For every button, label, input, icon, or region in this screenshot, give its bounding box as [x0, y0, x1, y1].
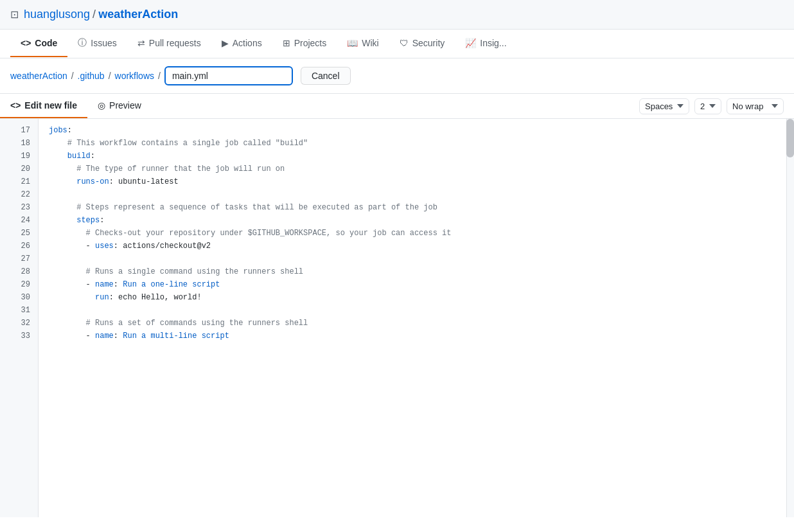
nav-tabs: <> Code ⓘ Issues ⇄ Pull requests ▶ Actio…: [0, 30, 794, 58]
pull-requests-icon: ⇄: [137, 38, 145, 48]
code-content[interactable]: jobs: # This workflow contains a single …: [39, 119, 794, 517]
code-line: run: echo Hello, world!: [49, 291, 784, 304]
line-numbers: 1718192021222324252627282930313233: [0, 119, 39, 517]
insights-icon: 📈: [465, 38, 476, 48]
preview-tab-label: Preview: [109, 100, 141, 111]
breadcrumb-workflows[interactable]: workflows: [115, 71, 154, 81]
code-line: jobs:: [49, 124, 784, 137]
code-line: - name: Run a multi-line script: [49, 330, 784, 342]
repo-name[interactable]: weatherAction: [98, 8, 178, 21]
line-number: 26: [0, 240, 38, 253]
tab-insights-label: Insig...: [480, 38, 506, 48]
edit-tab-label: Edit new file: [24, 100, 77, 111]
code-line: - uses: actions/checkout@v2: [49, 240, 784, 253]
repo-title: huanglusong/weatherAction: [24, 8, 178, 21]
tab-pull-requests-label: Pull requests: [149, 38, 201, 48]
tab-wiki[interactable]: 📖 Wiki: [337, 30, 389, 57]
tab-pull-requests[interactable]: ⇄ Pull requests: [127, 30, 211, 57]
tab-issues-label: Issues: [91, 38, 116, 48]
line-number: 19: [0, 150, 38, 163]
tab-projects[interactable]: ⊞ Projects: [272, 30, 337, 57]
code-line: # The type of runner that the job will r…: [49, 163, 784, 175]
code-line: [49, 188, 784, 201]
tab-actions[interactable]: ▶ Actions: [211, 30, 272, 57]
line-number: 25: [0, 227, 38, 240]
code-icon: <>: [21, 38, 31, 48]
line-number: 30: [0, 291, 38, 304]
line-number: 29: [0, 278, 38, 291]
code-line: [49, 304, 784, 317]
code-line: # Steps represent a sequence of tasks th…: [49, 201, 784, 214]
code-line: - name: Run a one-line script: [49, 278, 784, 291]
indent-select[interactable]: 2 4 8: [694, 98, 721, 114]
wiki-icon: 📖: [347, 38, 358, 48]
tab-security[interactable]: 🛡 Security: [389, 30, 455, 57]
line-number: 33: [0, 330, 38, 342]
line-number: 27: [0, 253, 38, 265]
code-line: [49, 253, 784, 265]
scrollbar-track[interactable]: [786, 119, 794, 517]
code-line: runs-on: ubuntu-latest: [49, 175, 784, 188]
breadcrumb-weatheraction[interactable]: weatherAction: [10, 71, 67, 81]
line-number: 20: [0, 163, 38, 175]
security-icon: 🛡: [400, 38, 409, 48]
sep-1: /: [71, 71, 74, 81]
line-number: 21: [0, 175, 38, 188]
line-number: 31: [0, 304, 38, 317]
code-line: # Runs a set of commands using the runne…: [49, 317, 784, 330]
filename-input[interactable]: [164, 66, 293, 85]
repo-icon: ⊡: [10, 8, 19, 21]
line-number: 17: [0, 124, 38, 137]
breadcrumb-github[interactable]: .github: [78, 71, 105, 81]
tab-security-label: Security: [412, 38, 445, 48]
preview-tab[interactable]: ◎ Preview: [87, 94, 152, 118]
tab-code[interactable]: <> Code: [10, 30, 67, 57]
scrollbar-thumb[interactable]: [786, 119, 794, 157]
spaces-select[interactable]: Spaces Tabs: [639, 98, 689, 114]
line-number: 32: [0, 317, 38, 330]
wrap-select[interactable]: No wrap Soft wrap: [727, 98, 784, 114]
actions-icon: ▶: [222, 38, 229, 48]
code-line: # Checks-out your repository under $GITH…: [49, 227, 784, 240]
breadcrumb-bar: weatherAction / .github / workflows / Ca…: [0, 58, 794, 94]
edit-tab[interactable]: <> Edit new file: [0, 94, 87, 118]
breadcrumb-sep: /: [93, 8, 96, 21]
code-line: steps:: [49, 214, 784, 227]
code-line: build:: [49, 150, 784, 163]
editor-area: 1718192021222324252627282930313233 jobs:…: [0, 119, 794, 517]
preview-icon: ◎: [98, 100, 105, 111]
issues-icon: ⓘ: [78, 37, 87, 49]
line-number: 28: [0, 265, 38, 278]
tab-actions-label: Actions: [233, 38, 262, 48]
tab-projects-label: Projects: [294, 38, 327, 48]
sep-2: /: [109, 71, 111, 81]
sep-3: /: [158, 71, 161, 81]
tab-wiki-label: Wiki: [362, 38, 378, 48]
tab-code-label: Code: [35, 38, 57, 48]
editor-options: Spaces Tabs 2 4 8 No wrap Soft wrap: [639, 98, 794, 114]
edit-icon: <>: [10, 100, 21, 111]
projects-icon: ⊞: [283, 38, 290, 48]
tab-issues[interactable]: ⓘ Issues: [67, 30, 127, 58]
tab-insights[interactable]: 📈 Insig...: [455, 30, 516, 57]
cancel-button[interactable]: Cancel: [301, 67, 351, 85]
line-number: 23: [0, 201, 38, 214]
code-line: # This workflow contains a single job ca…: [49, 137, 784, 150]
top-header: ⊡ huanglusong/weatherAction: [0, 0, 794, 30]
line-number: 24: [0, 214, 38, 227]
editor-toolbar: <> Edit new file ◎ Preview Spaces Tabs 2…: [0, 94, 794, 119]
repo-owner[interactable]: huanglusong: [24, 8, 90, 21]
line-number: 22: [0, 188, 38, 201]
code-line: # Runs a single command using the runner…: [49, 265, 784, 278]
line-number: 18: [0, 137, 38, 150]
